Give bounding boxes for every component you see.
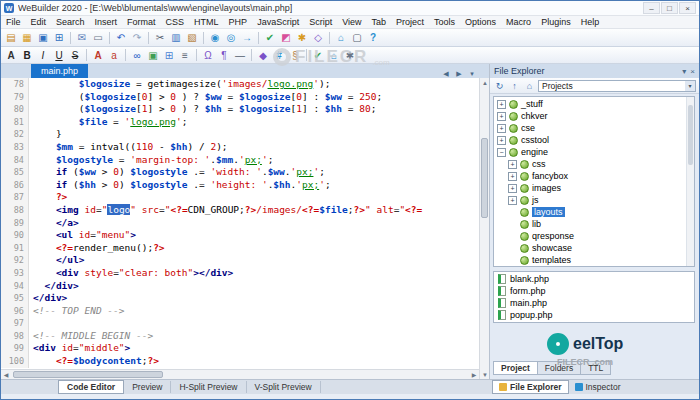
menu-project[interactable]: Project (391, 17, 429, 27)
menu-options[interactable]: Options (460, 17, 501, 27)
view-tab-preview[interactable]: Preview (124, 381, 171, 393)
subtab-ttl[interactable]: TTL (581, 361, 611, 375)
print-icon[interactable]: ▭ (90, 31, 106, 45)
panel-menu-icon[interactable]: ▾ (682, 67, 686, 76)
view-tab-v-split-preview[interactable]: V-Split Preview (247, 381, 321, 393)
fullscreen-icon[interactable]: ▢ (349, 31, 365, 45)
css-style-icon[interactable]: # (271, 48, 287, 62)
minimize-button[interactable]: – (643, 2, 660, 14)
paste-icon[interactable]: ▧ (184, 31, 200, 45)
open-in-browser-icon[interactable]: ⌂ (326, 48, 342, 62)
new-file-icon[interactable]: ▤ (3, 31, 19, 45)
view-tab-code-editor[interactable]: Code Editor (58, 380, 124, 394)
tab-main-php[interactable]: main.php (31, 64, 88, 78)
close-button[interactable]: × (679, 2, 696, 14)
paragraph-icon[interactable]: ¶ (216, 48, 232, 62)
scroll-left-icon[interactable]: ◀ (1, 370, 11, 379)
code-editor[interactable]: 78 $logosize = getimagesize('images/logo… (1, 78, 479, 369)
expander-icon[interactable]: + (497, 112, 506, 121)
tree-item-chkver[interactable]: +chkver (494, 110, 694, 122)
panel-close-icon[interactable]: × (690, 67, 695, 76)
find-icon[interactable]: ◉ (207, 31, 223, 45)
file-item-popup-php[interactable]: popup.php (494, 309, 694, 321)
expander-icon[interactable]: + (497, 136, 506, 145)
menu-edit[interactable]: Edit (26, 17, 52, 27)
menu-php[interactable]: PHP (224, 17, 253, 27)
menu-javascript[interactable]: JavaScript (252, 17, 304, 27)
tree-scroll-thumb[interactable] (688, 105, 693, 165)
expander-icon[interactable]: + (508, 172, 517, 181)
menu-script[interactable]: Script (304, 17, 337, 27)
tree-item-qresponse[interactable]: qresponse (494, 230, 694, 242)
menu-file[interactable]: File (1, 17, 26, 27)
tab-list-icon[interactable]: ▾ (467, 70, 477, 78)
tree-item-lib[interactable]: lib (494, 218, 694, 230)
folder-up-icon[interactable]: ↑ (508, 80, 521, 92)
strikethrough-icon[interactable]: S (67, 48, 83, 62)
open-file-icon[interactable]: ▦ (19, 31, 35, 45)
find-replace-icon[interactable]: ◎ (223, 31, 239, 45)
font-icon[interactable]: A (3, 48, 19, 62)
horizontal-rule-icon[interactable]: ― (232, 48, 248, 62)
tree-item-engine[interactable]: −engine (494, 146, 694, 158)
tree-item-csstool[interactable]: +csstool (494, 134, 694, 146)
tag-inspector-icon[interactable]: ◇ (310, 31, 326, 45)
vertical-scroll-thumb[interactable] (481, 138, 488, 218)
code-snippets-icon[interactable]: ✱ (294, 31, 310, 45)
undo-icon[interactable]: ↶ (113, 31, 129, 45)
menu-css[interactable]: CSS (161, 17, 190, 27)
editor-horizontal-scrollbar[interactable]: ◀ ▶ (1, 369, 479, 379)
tree-item-js[interactable]: +js (494, 194, 694, 206)
refresh-icon[interactable]: ↻ (493, 80, 506, 92)
insert-image-icon[interactable]: ▣ (145, 48, 161, 62)
expander-icon[interactable]: − (497, 148, 506, 157)
tree-item-showcase[interactable]: showcase (494, 242, 694, 254)
menu-tab[interactable]: Tab (367, 17, 392, 27)
tree-item-images[interactable]: +images (494, 182, 694, 194)
help-icon[interactable]: ? (365, 31, 381, 45)
underline-icon[interactable]: U (51, 48, 67, 62)
menu-help[interactable]: Help (576, 17, 605, 27)
menu-plugins[interactable]: Plugins (536, 17, 576, 27)
panel-tab-inspector[interactable]: Inspector (569, 381, 627, 393)
maximize-button[interactable]: □ (661, 2, 678, 14)
insert-table-icon[interactable]: ⊞ (161, 48, 177, 62)
menu-view[interactable]: View (337, 17, 366, 27)
editor-vertical-scrollbar[interactable]: ▲ ▼ (479, 78, 489, 379)
tree-item-fancybox[interactable]: +fancybox (494, 170, 694, 182)
menu-format[interactable]: Format (122, 17, 161, 27)
cut-icon[interactable]: ✂ (152, 31, 168, 45)
tree-item-layouts[interactable]: layouts (494, 206, 694, 218)
subtab-project[interactable]: Project (493, 361, 538, 375)
tree-item-css[interactable]: +css (494, 158, 694, 170)
menu-html[interactable]: HTML (189, 17, 224, 27)
php-tag-icon[interactable]: ◆ (255, 48, 271, 62)
expander-icon[interactable]: + (497, 124, 506, 133)
hyperlink-icon[interactable]: ∞ (129, 48, 145, 62)
tree-item-templates[interactable]: templates (494, 254, 694, 266)
save-icon[interactable]: ▣ (35, 31, 51, 45)
scroll-right-icon[interactable]: ▶ (469, 370, 479, 379)
expander-icon[interactable]: + (508, 160, 517, 169)
expander-icon[interactable]: + (508, 184, 517, 193)
tab-scroll-right-icon[interactable]: ▶ (454, 70, 464, 78)
subtab-folders[interactable]: Folders (538, 361, 581, 375)
insert-list-icon[interactable]: ≡ (177, 48, 193, 62)
goto-line-icon[interactable]: → (239, 31, 255, 45)
special-char-icon[interactable]: Ω (200, 48, 216, 62)
syntax-check-icon[interactable]: ✔ (262, 31, 278, 45)
settings-icon[interactable]: ✱ (342, 48, 358, 62)
copy-icon[interactable]: ▥ (168, 31, 184, 45)
chevron-down-icon[interactable]: ▾ (685, 81, 695, 91)
tree-item-cse[interactable]: +cse (494, 122, 694, 134)
italic-icon[interactable]: I (35, 48, 51, 62)
menu-insert[interactable]: Insert (90, 17, 123, 27)
tree-scrollbar[interactable] (686, 97, 694, 266)
menu-macro[interactable]: Macro (501, 17, 536, 27)
home-icon[interactable]: ⌂ (523, 80, 536, 92)
font-decrease-icon[interactable]: a (106, 48, 122, 62)
color-picker-icon[interactable]: ◩ (278, 31, 294, 45)
tree-item--stuff[interactable]: +_stuff (494, 98, 694, 110)
script-tag-icon[interactable]: § (287, 48, 303, 62)
panel-tab-file-explorer[interactable]: File Explorer (492, 380, 569, 394)
